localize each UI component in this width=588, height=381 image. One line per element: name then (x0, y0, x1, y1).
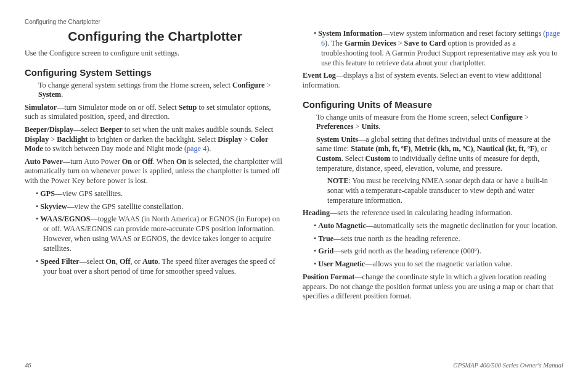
intro-text: Use the Configure screen to configure un… (25, 49, 285, 59)
system-settings-path: To change general system settings from t… (38, 81, 285, 100)
list-item: GPS—view GPS satellites. (25, 189, 285, 199)
running-header: Configuring the Chartplotter (25, 18, 563, 25)
content-columns: Configuring the Chartplotter Use the Con… (25, 27, 563, 357)
heading-list: Auto Magnetic—automatically sets the mag… (303, 221, 563, 269)
page-footer: 46 GPSMAP 400/500 Series Owner's Manual (25, 362, 563, 369)
position-format-desc: Position Format—change the coordinate st… (303, 272, 563, 301)
list-item: Skyview—view the GPS satellite constella… (25, 202, 285, 212)
heading-system-settings: Configuring System Settings (25, 67, 285, 78)
gps-list: GPS—view GPS satellites. Skyview—view th… (25, 189, 285, 277)
link-page-4[interactable]: page 4 (187, 144, 206, 153)
note-text: NOTE: You must be receiving NMEA sonar d… (327, 176, 563, 205)
list-item: System Information—view system informati… (303, 29, 563, 68)
event-log-desc: Event Log—displays a list of system even… (303, 71, 563, 90)
heading-desc: Heading—sets the reference used in calcu… (303, 208, 563, 218)
simulator-desc: Simulator—turn Simulator mode on or off.… (25, 103, 285, 122)
system-units-desc: System Units—a global setting that defin… (316, 135, 563, 173)
manual-title: GPSMAP 400/500 Series Owner's Manual (453, 362, 563, 369)
sysinfo-list: System Information—view system informati… (303, 29, 563, 68)
auto-power-desc: Auto Power—turn Auto Power On or Off. Wh… (25, 157, 285, 186)
page-number: 46 (25, 362, 31, 369)
left-column: Configuring the Chartplotter Use the Con… (25, 27, 285, 357)
page-title: Configuring the Chartplotter (25, 29, 285, 44)
beeper-display-desc: Beeper/Display—select Beeper to set when… (25, 125, 285, 154)
list-item: True—sets true north as the heading refe… (303, 234, 563, 244)
list-item: Grid—sets grid north as the heading refe… (303, 247, 563, 256)
units-path: To change units of measure from the Home… (316, 113, 563, 132)
list-item: User Magnetic—allows you to set the magn… (303, 260, 563, 269)
list-item: WAAS/EGNOS—toggle WAAS (in North America… (25, 215, 285, 253)
page: Configuring the Chartplotter Configuring… (0, 0, 588, 381)
right-column: System Information—view system informati… (303, 27, 563, 357)
list-item: Auto Magnetic—automatically sets the mag… (303, 221, 563, 231)
heading-units-measure: Configuring Units of Measure (303, 99, 563, 110)
list-item: Speed Filter—select On, Off, or Auto. Th… (25, 257, 285, 277)
